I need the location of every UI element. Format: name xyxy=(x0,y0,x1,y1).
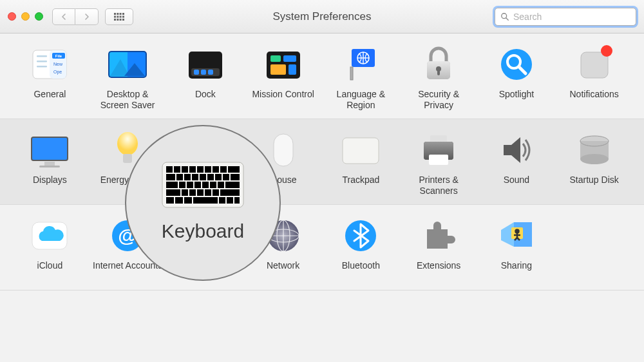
svg-rect-34 xyxy=(270,55,281,62)
svg-rect-153 xyxy=(213,189,219,196)
pane-icloud[interactable]: iCloud xyxy=(14,214,86,282)
minimize-button[interactable] xyxy=(21,12,30,21)
svg-rect-31 xyxy=(201,70,206,75)
svg-rect-155 xyxy=(166,197,174,204)
svg-rect-151 xyxy=(197,189,204,196)
nav-buttons xyxy=(52,8,99,25)
svg-rect-160 xyxy=(227,197,233,204)
svg-point-98 xyxy=(580,154,609,164)
titlebar: System Preferences xyxy=(0,0,644,33)
svg-rect-134 xyxy=(192,174,198,180)
svg-rect-145 xyxy=(210,182,216,188)
pane-sound[interactable]: Sound xyxy=(481,128,553,196)
pane-label: General xyxy=(33,89,66,111)
svg-rect-126 xyxy=(197,166,204,173)
svg-rect-122 xyxy=(166,166,173,173)
svg-rect-6 xyxy=(120,15,122,17)
pane-label: Startup Disk xyxy=(570,175,619,196)
pane-spotlight[interactable]: Spotlight xyxy=(481,43,553,111)
search-input[interactable] xyxy=(513,12,630,22)
back-button[interactable] xyxy=(52,8,75,25)
svg-rect-157 xyxy=(184,197,192,204)
svg-rect-20 xyxy=(37,55,47,57)
svg-rect-161 xyxy=(234,197,240,204)
extensions-icon xyxy=(417,214,460,258)
pane-label: Network xyxy=(267,260,299,282)
window-controls xyxy=(8,12,43,21)
pane-desktop-screensaver[interactable]: Desktop & Screen Saver xyxy=(92,43,164,111)
svg-rect-156 xyxy=(175,197,183,204)
spotlight-icon xyxy=(495,43,538,86)
sharing-icon xyxy=(495,214,538,258)
pane-label: Language & Region xyxy=(325,89,397,111)
trackpad-icon xyxy=(339,128,383,172)
pane-language-region[interactable]: Language & Region xyxy=(325,43,397,111)
pane-security-privacy[interactable]: Security & Privacy xyxy=(403,43,475,111)
svg-rect-138 xyxy=(223,174,229,180)
pane-label: Internet Accounts xyxy=(93,260,162,282)
svg-rect-59 xyxy=(123,154,132,163)
pane-label: Sound xyxy=(504,175,529,196)
bluetooth-icon xyxy=(339,214,383,258)
icloud-icon xyxy=(28,214,71,258)
pane-label: Dock xyxy=(195,89,216,111)
pane-label: Desktop & Screen Saver xyxy=(92,89,164,111)
pane-mission-control[interactable]: Mission Control xyxy=(247,43,319,111)
svg-rect-139 xyxy=(231,174,240,180)
svg-text:File: File xyxy=(55,54,62,58)
svg-rect-8 xyxy=(114,19,116,21)
pane-startup-disk[interactable]: Startup Disk xyxy=(558,128,630,196)
pane-sharing[interactable]: Sharing xyxy=(481,214,553,282)
svg-rect-135 xyxy=(200,174,206,180)
show-all-button[interactable] xyxy=(105,8,133,25)
svg-marker-95 xyxy=(504,137,520,163)
pane-label: Sharing xyxy=(501,260,532,282)
svg-rect-9 xyxy=(117,19,118,21)
pane-general[interactable]: File New Ope General xyxy=(14,43,86,111)
svg-rect-132 xyxy=(176,174,183,180)
svg-rect-21 xyxy=(37,61,47,62)
pane-label: Trackpad xyxy=(342,175,379,196)
desktop-icon xyxy=(106,43,149,86)
pane-printers-scanners[interactable]: Printers & Scanners xyxy=(403,128,475,196)
svg-rect-150 xyxy=(189,189,196,196)
svg-rect-159 xyxy=(219,197,225,204)
svg-rect-124 xyxy=(182,166,188,173)
search-field[interactable] xyxy=(495,8,636,26)
svg-rect-128 xyxy=(213,166,219,173)
svg-rect-123 xyxy=(174,166,180,173)
svg-rect-149 xyxy=(182,189,188,196)
svg-rect-127 xyxy=(205,166,211,173)
pane-label: Security & Privacy xyxy=(403,89,475,111)
pane-row: File New Ope General xyxy=(0,33,644,119)
forward-button[interactable] xyxy=(75,8,99,25)
svg-rect-7 xyxy=(122,15,124,17)
displays-icon xyxy=(28,128,71,172)
pane-label: Printers & Scanners xyxy=(403,175,475,196)
svg-rect-140 xyxy=(166,182,178,188)
svg-rect-30 xyxy=(194,70,199,75)
printers-icon xyxy=(417,128,460,172)
close-button[interactable] xyxy=(8,12,16,21)
svg-rect-90 xyxy=(343,138,379,164)
svg-rect-142 xyxy=(187,182,193,188)
pane-displays[interactable]: Displays xyxy=(14,128,86,196)
svg-rect-148 xyxy=(166,189,180,196)
notification-badge xyxy=(601,45,612,57)
pane-dock[interactable]: Dock xyxy=(170,43,242,111)
notifications-icon xyxy=(573,43,616,86)
pane-bluetooth[interactable]: Bluetooth xyxy=(325,214,397,282)
pane-extensions[interactable]: Extensions xyxy=(403,214,475,282)
pane-notifications[interactable]: Notifications xyxy=(558,43,630,111)
svg-rect-37 xyxy=(289,64,296,75)
svg-rect-2 xyxy=(120,13,122,15)
maximize-button[interactable] xyxy=(35,12,43,21)
pane-row: Displays Energy Saver xyxy=(0,119,644,205)
preference-panes: File New Ope General xyxy=(0,33,644,291)
svg-point-58 xyxy=(117,132,138,155)
mission-control-icon xyxy=(261,43,305,86)
sound-icon xyxy=(495,128,538,172)
svg-rect-89 xyxy=(274,134,293,166)
pane-label: iCloud xyxy=(37,260,63,282)
pane-trackpad[interactable]: Trackpad xyxy=(325,128,397,196)
